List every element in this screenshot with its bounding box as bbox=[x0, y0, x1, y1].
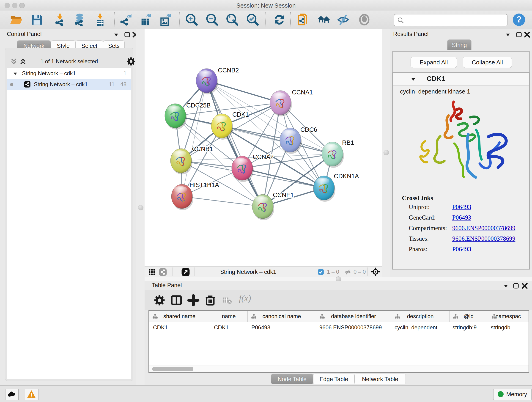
tab-edge-table[interactable]: Edge Table bbox=[313, 374, 355, 384]
network-selection-status: 1 of 1 Network selected bbox=[5, 56, 133, 67]
cell-database-identifier[interactable]: 9606.ENSP00000378699 bbox=[315, 322, 390, 333]
collapse-panel-icon[interactable] bbox=[502, 282, 510, 290]
warnings-button[interactable] bbox=[25, 389, 38, 400]
network-node-rb1[interactable] bbox=[322, 142, 344, 168]
delete-icon[interactable] bbox=[204, 294, 216, 306]
open-in-window-icon[interactable] bbox=[181, 268, 190, 276]
import-network-icon[interactable] bbox=[53, 13, 66, 26]
share-file-icon[interactable] bbox=[297, 13, 310, 26]
network-node-ccnb2[interactable] bbox=[196, 69, 218, 95]
float-panel-icon[interactable] bbox=[512, 282, 520, 290]
table-row[interactable]: CDK1 CDK1 P06493 9606.ENSP00000378699 cy… bbox=[149, 322, 529, 333]
help-button[interactable]: ? bbox=[513, 13, 525, 26]
compartments-link[interactable]: 9606.ENSP00000378699 bbox=[452, 223, 515, 233]
show-graphics-details-icon[interactable] bbox=[358, 13, 371, 26]
collapse-all-button[interactable]: Collapse All bbox=[463, 57, 512, 68]
network-node-cdk1[interactable] bbox=[211, 114, 233, 140]
network-node-ccna2[interactable] bbox=[232, 156, 254, 182]
column-header[interactable]: name bbox=[210, 311, 248, 322]
zoom-out-icon[interactable] bbox=[206, 13, 219, 26]
hide-graphics-details-icon[interactable] bbox=[336, 13, 350, 26]
home-panels-icon[interactable] bbox=[317, 13, 330, 26]
column-header[interactable]: canonical name bbox=[248, 311, 316, 322]
collection-label: String Network – cdk1 bbox=[22, 68, 76, 79]
tree-expand-icon[interactable] bbox=[12, 70, 18, 77]
import-network-from-database-icon[interactable] bbox=[72, 13, 86, 26]
float-panel-icon[interactable] bbox=[123, 31, 131, 38]
network-canvas[interactable]: CCNB2CCNA1CDC25BCDK1CDC6RB1CCNB1CCNA2CDK… bbox=[145, 29, 382, 266]
network-node-ccna1[interactable] bbox=[270, 90, 292, 116]
import-table-icon[interactable] bbox=[94, 13, 107, 26]
close-panel-icon[interactable] bbox=[521, 282, 529, 290]
horizontal-splitter[interactable] bbox=[145, 277, 532, 281]
function-builder-icon[interactable]: f(x) bbox=[239, 293, 251, 303]
zoom-in-icon[interactable] bbox=[185, 13, 198, 26]
search-input[interactable] bbox=[394, 14, 507, 26]
uniprot-link[interactable]: P06493 bbox=[452, 202, 471, 212]
left-splitter[interactable] bbox=[136, 29, 145, 385]
cell-id[interactable]: stringdb:9... bbox=[448, 322, 487, 333]
expand-all-button[interactable]: Expand All bbox=[411, 57, 457, 68]
control-panel: Control Panel Network Style Select Sets … bbox=[2, 29, 136, 385]
string-network-graph[interactable]: CCNB2CCNA1CDC25BCDK1CDC6RB1CCNB1CCNA2CDK… bbox=[145, 29, 382, 266]
cell-description[interactable]: cyclin–dependent ... bbox=[390, 322, 448, 333]
birdseye-grid-icon[interactable] bbox=[148, 268, 156, 276]
open-session-icon[interactable] bbox=[10, 13, 23, 26]
pharos-link[interactable]: P06493 bbox=[452, 244, 471, 254]
tissues-link[interactable]: 9606.ENSP00000378699 bbox=[452, 233, 515, 244]
scrollbar-thumb[interactable] bbox=[152, 367, 193, 371]
add-icon[interactable] bbox=[187, 294, 200, 306]
tab-network-table[interactable]: Network Table bbox=[355, 374, 406, 384]
splitter-grip[interactable] bbox=[138, 205, 143, 211]
network-tree: String Network – cdk1 1 String Network –… bbox=[7, 68, 131, 379]
hidden-eye-icon[interactable] bbox=[344, 269, 351, 275]
fit-content-crosshair-icon[interactable] bbox=[371, 267, 380, 276]
network-view-title: String Network – cdk1 bbox=[220, 267, 276, 277]
close-panel-icon[interactable] bbox=[523, 31, 531, 38]
network-type-icon[interactable] bbox=[159, 268, 167, 276]
genecard-link[interactable]: P06493 bbox=[452, 212, 471, 223]
save-session-icon[interactable] bbox=[30, 13, 44, 26]
network-node-ccne1[interactable] bbox=[252, 194, 274, 220]
cell-canonical-name[interactable]: P06493 bbox=[247, 322, 315, 333]
network-node-ccnb1[interactable] bbox=[171, 148, 192, 174]
gear-icon[interactable] bbox=[153, 294, 166, 306]
node-label-ccnb2: CCNB2 bbox=[218, 67, 239, 74]
zoom-fit-icon[interactable] bbox=[226, 13, 239, 26]
network-row-selected[interactable]: String Network – cdk1 11 48 bbox=[7, 79, 131, 90]
refresh-view-icon[interactable] bbox=[273, 13, 286, 26]
collapse-panel-icon[interactable] bbox=[112, 31, 120, 38]
export-table-icon[interactable] bbox=[139, 13, 152, 26]
float-panel-icon[interactable] bbox=[515, 31, 523, 38]
clear-table-icon[interactable] bbox=[222, 295, 232, 306]
network-node-cdkn1a[interactable] bbox=[313, 176, 336, 202]
cloud-button[interactable] bbox=[5, 389, 19, 400]
table-horizontal-scrollbar[interactable] bbox=[149, 366, 529, 372]
cell-shared-name[interactable]: CDK1 bbox=[149, 322, 210, 333]
memory-button[interactable]: Memory bbox=[493, 389, 532, 400]
column-header[interactable]: namespac bbox=[488, 311, 528, 322]
column-header[interactable]: @id bbox=[450, 311, 488, 322]
zoom-selected-icon[interactable] bbox=[246, 13, 259, 26]
network-collection-row[interactable]: String Network – cdk1 1 bbox=[7, 68, 131, 79]
columns-icon[interactable] bbox=[170, 294, 183, 306]
export-network-icon[interactable] bbox=[120, 13, 133, 26]
network-node-cdc6[interactable] bbox=[280, 128, 302, 154]
cell-namespace[interactable]: stringdb bbox=[487, 322, 527, 333]
selected-checkbox-icon[interactable] bbox=[318, 269, 324, 275]
column-header[interactable]: database identifier bbox=[316, 311, 391, 322]
column-header[interactable]: shared name bbox=[149, 311, 210, 322]
protein-accordion-header[interactable]: CDK1 bbox=[393, 73, 529, 85]
node-label-cdc25b: CDC25B bbox=[186, 102, 211, 109]
column-header[interactable]: description bbox=[391, 311, 450, 322]
accordion-expand-icon[interactable] bbox=[410, 76, 417, 83]
tab-node-table[interactable]: Node Table bbox=[271, 374, 313, 384]
gear-icon[interactable] bbox=[126, 57, 136, 66]
collapse-panel-icon[interactable] bbox=[504, 31, 512, 38]
tab-string[interactable]: String bbox=[447, 39, 472, 50]
cell-name[interactable]: CDK1 bbox=[210, 322, 247, 333]
selected-count: 1 – 0 bbox=[327, 267, 339, 277]
export-image-icon[interactable] bbox=[159, 13, 172, 26]
table-panel: Table Panel f(x) shared name name canoni… bbox=[145, 281, 532, 385]
splitter-grip[interactable] bbox=[384, 150, 389, 155]
